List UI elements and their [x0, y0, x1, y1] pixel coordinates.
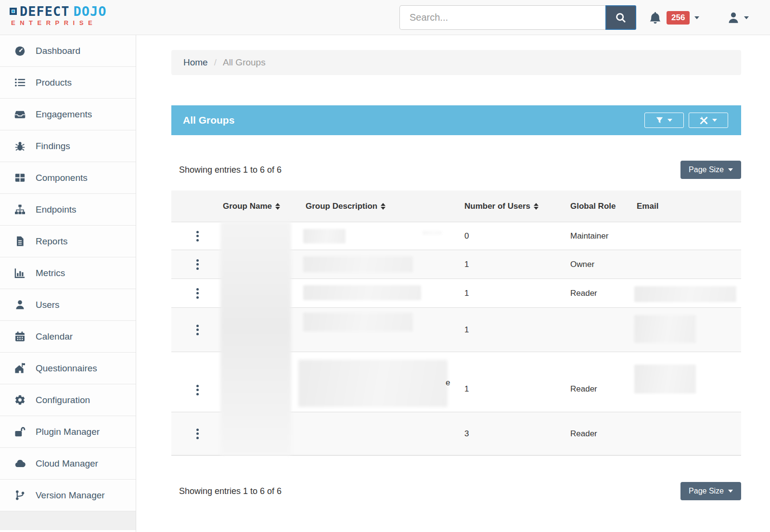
sidebar-item-questionnaires[interactable]: Questionnaires: [0, 353, 136, 384]
sidebar-item-metrics[interactable]: Metrics: [0, 257, 136, 289]
cell-users: 1: [462, 260, 568, 269]
sidebar-item-configuration[interactable]: Configuration: [0, 384, 136, 416]
user-icon: [14, 299, 26, 310]
report-file-icon: [14, 236, 26, 247]
notifications-bell-icon[interactable]: [649, 11, 662, 24]
sort-icon[interactable]: [381, 203, 385, 210]
tools-button[interactable]: [689, 113, 728, 128]
gear-icon: [14, 394, 26, 405]
cell-users: 1: [462, 289, 568, 298]
sidebar-item-label: Version Manager: [36, 490, 105, 501]
main-content: Home / All Groups All Groups: [136, 35, 770, 532]
tools-caret-icon: [712, 119, 717, 122]
house-flag-icon: [14, 363, 26, 374]
panel-header: All Groups: [171, 105, 741, 135]
inbox-icon: [14, 109, 26, 120]
sidebar-item-label: Reports: [36, 236, 68, 247]
sidebar-item-label: Users: [36, 300, 60, 310]
logo-subtitle: ENTERPRISE: [10, 20, 107, 26]
user-menu[interactable]: [727, 0, 749, 35]
search-button[interactable]: [605, 5, 636, 30]
bug-icon: [14, 140, 26, 152]
sort-icon[interactable]: [275, 203, 280, 210]
showing-entries-text: Showing entries 1 to 6 of 6: [171, 486, 282, 496]
code-branch-icon: [14, 490, 26, 501]
sidebar-item-label: Engagements: [36, 109, 92, 120]
redacted-email: [634, 315, 696, 343]
top-navbar: DEFECT DOJO ENTERPRISE 256: [0, 0, 770, 35]
row-actions-kebab-icon[interactable]: [194, 427, 201, 441]
filter-button[interactable]: [644, 113, 684, 128]
cell-role: Reader: [568, 370, 634, 394]
header-number-of-users[interactable]: Number of Users: [462, 202, 568, 211]
page-size-caret-icon: [728, 168, 733, 171]
sidebar-item-label: Findings: [36, 141, 70, 152]
page-size-caret-icon: [728, 490, 733, 493]
redacted-fragment: [423, 231, 442, 235]
cell-users: 0: [462, 231, 568, 241]
cell-role: Reader: [568, 289, 634, 298]
notification-count-badge[interactable]: 256: [667, 11, 690, 25]
dashboard-icon: [14, 45, 26, 56]
sidebar-item-products[interactable]: Products: [0, 67, 136, 99]
cell-users: 1: [462, 325, 568, 335]
row-actions-kebab-icon[interactable]: [194, 383, 201, 397]
header-group-name[interactable]: Group Name: [220, 202, 303, 211]
sidebar-item-version-manager[interactable]: Version Manager: [0, 480, 136, 511]
sidebar-item-label: Components: [36, 173, 88, 183]
notifications-caret-icon: [694, 16, 699, 19]
logo-word-defect: DEFECT: [20, 5, 70, 18]
sidebar-item-label: Questionnaires: [36, 363, 97, 374]
description-visible-char: e: [446, 378, 450, 388]
redacted-email: [634, 365, 696, 393]
breadcrumb-separator: /: [214, 57, 217, 68]
page-size-label: Page Size: [689, 487, 724, 495]
page-size-button[interactable]: Page Size: [680, 482, 741, 500]
sidebar-item-users[interactable]: Users: [0, 289, 136, 321]
cell-role: Reader: [568, 429, 634, 439]
redacted-description: [303, 256, 413, 272]
search-icon: [615, 12, 627, 24]
redacted-email: [634, 286, 736, 302]
cloud-icon: [14, 458, 26, 469]
sidebar-item-calendar[interactable]: Calendar: [0, 321, 136, 353]
sidebar-item-dashboard[interactable]: Dashboard: [0, 35, 136, 67]
sort-icon[interactable]: [534, 203, 539, 210]
page-title: All Groups: [183, 114, 640, 126]
breadcrumb: Home / All Groups: [171, 50, 741, 75]
groups-table: Group Name Group Description Number of U…: [171, 190, 741, 456]
search-input[interactable]: [399, 5, 605, 30]
sidebar-item-label: Products: [36, 77, 72, 88]
app-logo[interactable]: DEFECT DOJO ENTERPRISE: [10, 5, 107, 26]
page-size-button[interactable]: Page Size: [680, 161, 741, 179]
row-actions-kebab-icon[interactable]: [194, 286, 201, 301]
redacted-description: [298, 360, 448, 407]
sidebar-item-cloud-manager[interactable]: Cloud Manager: [0, 448, 136, 480]
header-group-description[interactable]: Group Description: [303, 202, 462, 211]
sidebar-item-findings[interactable]: Findings: [0, 130, 136, 162]
header-global-role: Global Role: [568, 202, 634, 211]
sidebar-item-components[interactable]: Components: [0, 162, 136, 194]
row-actions-kebab-icon[interactable]: [194, 229, 201, 243]
sidebar-nav: Dashboard Products Engagements Find: [0, 35, 136, 532]
sidebar-item-label: Metrics: [36, 268, 65, 279]
redacted-group-names: [220, 222, 291, 455]
table-controls-bottom: Showing entries 1 to 6 of 6 Page Size: [171, 482, 741, 500]
user-menu-caret-icon: [744, 16, 749, 19]
logo-word-dojo: DOJO: [74, 5, 107, 18]
sidebar-item-reports[interactable]: Reports: [0, 226, 136, 257]
sidebar-item-engagements[interactable]: Engagements: [0, 99, 136, 130]
unlock-icon: [14, 426, 26, 437]
tools-icon: [700, 116, 708, 125]
row-actions-kebab-icon[interactable]: [194, 323, 201, 337]
calendar-icon: [14, 331, 26, 342]
sidebar-item-plugin-manager[interactable]: Plugin Manager: [0, 416, 136, 448]
sidebar-item-endpoints[interactable]: Endpoints: [0, 194, 136, 226]
header-email: Email: [634, 202, 741, 211]
sidebar-item-label: Calendar: [36, 331, 73, 342]
sitemap-icon: [14, 204, 26, 215]
redacted-description: [303, 229, 346, 243]
breadcrumb-home-link[interactable]: Home: [183, 57, 208, 68]
cell-users: 3: [462, 429, 568, 439]
row-actions-kebab-icon[interactable]: [194, 257, 201, 272]
